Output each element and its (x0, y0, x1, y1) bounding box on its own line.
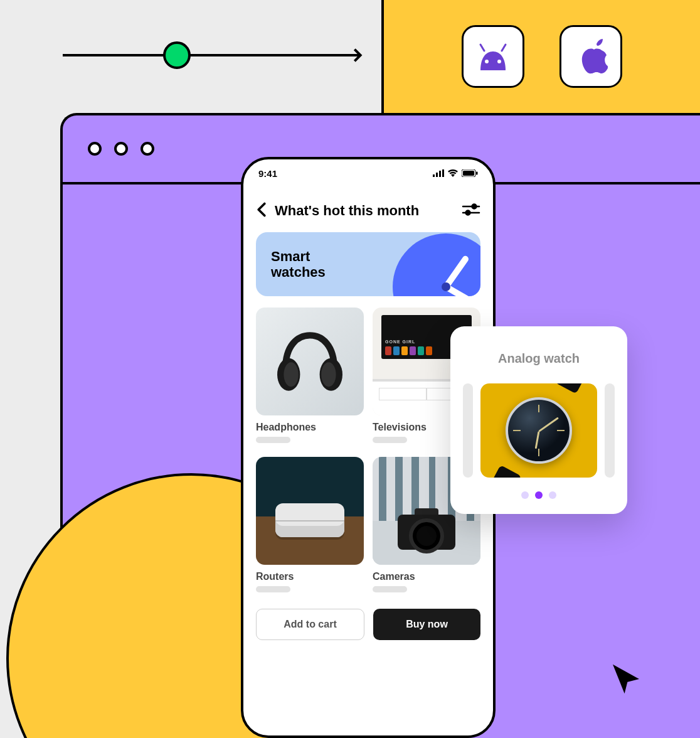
category-thumb (256, 308, 364, 415)
carousel-dot-active[interactable] (535, 491, 543, 499)
hero-title: Smart watches (271, 249, 353, 281)
category-label: Headphones (256, 422, 364, 433)
category-thumb (256, 457, 364, 565)
product-card: Analog watch (450, 326, 627, 514)
hero-card[interactable]: Smart watches (256, 232, 480, 296)
cursor-icon (608, 661, 644, 699)
status-icons (433, 169, 478, 177)
svg-rect-9 (463, 171, 474, 176)
phone-actions: Add to cart Buy now (243, 597, 493, 640)
category-label: Cameras (373, 571, 480, 582)
back-button[interactable] (256, 202, 267, 220)
buy-now-button[interactable]: Buy now (373, 609, 480, 640)
apple-icon (574, 38, 608, 75)
phone-header: What's hot this month (243, 187, 493, 232)
page-title: What's hot this month (275, 203, 454, 219)
svg-point-17 (284, 362, 298, 387)
svg-line-3 (502, 45, 506, 51)
progress-dot (163, 41, 191, 69)
status-time: 9:41 (258, 168, 277, 179)
skeleton-line (256, 437, 290, 443)
svg-rect-6 (439, 171, 441, 177)
battery-icon (462, 169, 478, 177)
carousel-next-peek[interactable] (605, 383, 615, 478)
apple-tile[interactable] (559, 25, 622, 88)
svg-rect-10 (476, 172, 478, 175)
status-bar: 9:41 (243, 159, 493, 187)
arrow-right-icon (344, 45, 364, 68)
window-control-dot[interactable] (141, 142, 154, 156)
clock-icon (393, 233, 480, 296)
watch-icon (506, 397, 572, 464)
router-icon (275, 503, 344, 537)
sliders-icon (462, 203, 480, 217)
headphones-icon (269, 321, 351, 402)
wifi-icon (448, 169, 458, 177)
svg-rect-4 (433, 174, 435, 177)
android-tile[interactable] (462, 25, 524, 88)
carousel-dot[interactable] (521, 491, 529, 499)
android-icon (474, 41, 512, 72)
category-card-headphones[interactable]: Headphones (256, 308, 364, 448)
signal-icon (433, 169, 444, 177)
svg-point-18 (321, 362, 336, 387)
window-control-dot[interactable] (88, 142, 102, 156)
carousel-dots (463, 491, 615, 499)
product-carousel[interactable] (463, 383, 615, 478)
skeleton-line (256, 586, 290, 592)
svg-point-0 (485, 60, 489, 63)
skeleton-line (373, 586, 407, 592)
svg-point-12 (472, 205, 477, 209)
svg-line-2 (480, 45, 484, 51)
platform-panel (384, 0, 700, 113)
progress-arrow-line (63, 54, 351, 56)
filter-button[interactable] (462, 203, 480, 219)
category-label: Routers (256, 571, 364, 582)
carousel-dot[interactable] (549, 491, 556, 499)
carousel-image[interactable] (480, 383, 598, 478)
svg-point-1 (497, 60, 501, 63)
svg-rect-7 (442, 169, 444, 177)
add-to-cart-button[interactable]: Add to cart (256, 609, 364, 640)
carousel-prev-peek[interactable] (463, 383, 473, 478)
category-card-routers[interactable]: Routers (256, 457, 364, 597)
svg-point-14 (466, 211, 470, 215)
skeleton-line (373, 437, 407, 443)
window-control-dot[interactable] (114, 142, 128, 156)
chevron-left-icon (256, 202, 267, 217)
product-title: Analog watch (463, 351, 615, 366)
svg-rect-5 (436, 173, 438, 177)
